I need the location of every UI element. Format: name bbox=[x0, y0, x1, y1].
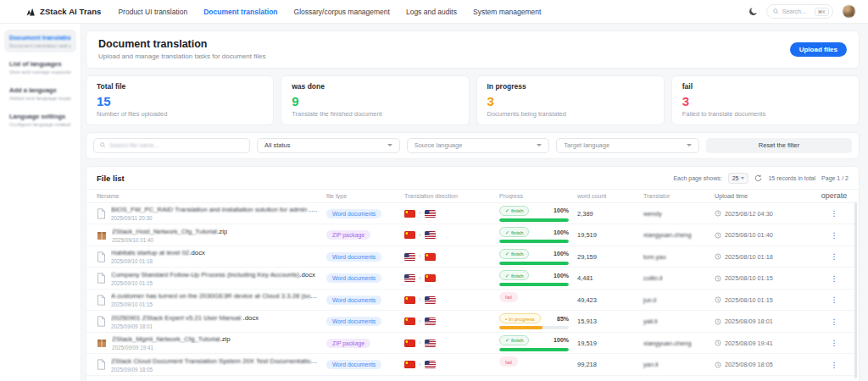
sidebar-item[interactable]: Language settings Configure language rel… bbox=[4, 108, 76, 131]
nav-item[interactable]: Document translation bbox=[203, 8, 277, 16]
sidebar-item-title: List of languages bbox=[9, 60, 71, 68]
table-row[interactable]: BIOS_FW_PC_RAID Translation and installa… bbox=[86, 203, 859, 225]
upload-time-cell: 2025/08/09 19:41 bbox=[715, 340, 820, 347]
column-header: operate bbox=[820, 191, 849, 200]
direction-arrow-icon: › bbox=[419, 275, 421, 282]
row-actions-button[interactable]: ⋮ bbox=[820, 209, 849, 218]
filename-block: Habitats startup at level 02.docx 2025/0… bbox=[111, 249, 205, 264]
upload-time: 2025/08/10 01:15 bbox=[725, 274, 773, 282]
word-count-cell: 29,159 bbox=[577, 253, 643, 261]
reset-filter-button[interactable]: Reset the filter bbox=[706, 138, 852, 153]
sidebar-item-desc: View and manage supported langu... bbox=[9, 69, 71, 75]
filename-cell: Company Standard Follow-Up Process (incl… bbox=[97, 271, 326, 286]
progress-bar bbox=[499, 283, 569, 286]
file-type-badge: Word documents bbox=[326, 209, 381, 218]
progress-bar bbox=[499, 348, 569, 351]
search-placeholder: Search... bbox=[782, 8, 806, 14]
sidebar-item[interactable]: Document translation Document translatio… bbox=[4, 30, 76, 52]
row-actions-button[interactable]: ⋮ bbox=[820, 252, 849, 261]
table-row[interactable]: ZStack_Host_Network_Cfg_Tutorial.zip 202… bbox=[86, 224, 859, 246]
progress-bar bbox=[499, 326, 569, 329]
row-actions-button[interactable]: ⋮ bbox=[820, 339, 849, 347]
stat-value: 9 bbox=[292, 95, 458, 108]
upload-time: 2025/08/09 19:41 bbox=[725, 340, 773, 347]
word-count-cell: 4,481 bbox=[577, 274, 643, 282]
target-flag-icon bbox=[425, 318, 436, 325]
filename-block: 20250901 ZStack Expert v5.21 User Manual… bbox=[111, 314, 259, 329]
stat-card: Total file 15 Number of files uploaded bbox=[86, 75, 274, 125]
row-actions-button[interactable]: ⋮ bbox=[820, 361, 849, 369]
table-row[interactable]: Company Standard Follow-Up Process (incl… bbox=[86, 268, 859, 290]
nav-item[interactable]: Logs and audits bbox=[406, 8, 457, 16]
source-language-select[interactable]: Source language bbox=[407, 138, 550, 153]
progress-cell: finish 100% bbox=[499, 227, 577, 243]
table-column-headers: filenamefile typeTranslation directionPr… bbox=[86, 189, 859, 203]
translator-cell: xiangyuan.cheng bbox=[643, 231, 715, 239]
progress-bar bbox=[499, 218, 569, 222]
progress-percent: 100% bbox=[554, 273, 569, 279]
dark-mode-toggle[interactable] bbox=[748, 7, 758, 16]
user-avatar[interactable] bbox=[842, 4, 856, 19]
row-actions-button[interactable]: ⋮ bbox=[820, 231, 849, 240]
table-row[interactable]: Habitats startup at level 02.docx 2025/0… bbox=[86, 246, 859, 268]
search-icon bbox=[773, 8, 779, 14]
moon-icon bbox=[748, 7, 758, 16]
word-count-cell: 99,218 bbox=[577, 361, 643, 368]
word-count-cell: 49,423 bbox=[577, 296, 643, 304]
file-type-icon bbox=[97, 295, 106, 306]
filename-cell: ZStack_Host_Network_Cfg_Tutorial.zip 202… bbox=[97, 228, 326, 243]
progress-cell: finish 100% bbox=[499, 249, 577, 265]
stat-desc: Translate the finished document bbox=[292, 110, 458, 118]
target-language-select[interactable]: Target language bbox=[556, 138, 699, 153]
column-header: filename bbox=[97, 193, 326, 199]
upload-time: 2025/08/09 18:05 bbox=[725, 361, 773, 368]
file-type-cell: Word documents bbox=[326, 274, 404, 282]
chevron-down-icon bbox=[741, 177, 744, 179]
stat-label: fail bbox=[682, 82, 849, 91]
stat-value: 3 bbox=[487, 95, 654, 108]
file-timestamp: 2025/09/10 01:15 bbox=[111, 301, 320, 307]
target-flag-icon bbox=[425, 361, 436, 368]
translation-direction-cell: › bbox=[404, 296, 499, 304]
logo[interactable]: ZStack AI Trans bbox=[25, 7, 101, 17]
stats-row: Total file 15 Number of files uploaded w… bbox=[86, 75, 860, 125]
filename-search-input[interactable]: Search file name... bbox=[93, 138, 250, 153]
nav-item[interactable]: System management bbox=[473, 8, 541, 16]
file-type-icon bbox=[97, 230, 107, 240]
upload-time: 2025/08/09 18:01 bbox=[725, 318, 773, 325]
table-row[interactable]: ZStack_Mgmt_Network_Cfg_Tutorial.zip 202… bbox=[86, 333, 859, 355]
upload-time: 2025/08/10 01:40 bbox=[725, 231, 773, 239]
refresh-button[interactable] bbox=[754, 174, 762, 182]
row-actions-button[interactable]: ⋮ bbox=[820, 295, 849, 304]
nav-item[interactable]: Product UI translation bbox=[118, 8, 187, 16]
table-controls: Each page shows: 25 bbox=[673, 173, 849, 184]
word-count-cell: 19,519 bbox=[577, 340, 643, 347]
source-flag-icon bbox=[404, 274, 415, 282]
stat-desc: Failed to translate documents bbox=[682, 110, 849, 118]
stat-desc: Number of files uploaded bbox=[97, 110, 263, 118]
column-header: file type bbox=[326, 193, 404, 199]
direction-arrow-icon: › bbox=[419, 318, 421, 325]
row-actions-button[interactable]: ⋮ bbox=[820, 318, 849, 326]
row-actions-button[interactable]: ⋮ bbox=[820, 274, 849, 283]
progress-percent: 100% bbox=[554, 207, 569, 213]
filter-bar: Search file name... All status Source la… bbox=[86, 132, 860, 159]
page-size-select[interactable]: 25 bbox=[728, 173, 749, 184]
table-row[interactable]: A customer has turned on the 2030GE3R de… bbox=[86, 290, 859, 312]
progress-percent: 100% bbox=[554, 229, 569, 235]
nav-item[interactable]: Glossary/corpus management bbox=[294, 8, 390, 16]
status-filter-select[interactable]: All status bbox=[257, 138, 400, 153]
sidebar: Document translation Document translatio… bbox=[0, 24, 81, 381]
upload-time: 2025/08/10 01:18 bbox=[725, 253, 773, 261]
filename: ZStack Cloud Document Translation System… bbox=[111, 357, 320, 365]
table-row[interactable]: 20250901 ZStack Expert v5.21 User Manual… bbox=[86, 311, 859, 333]
sidebar-item[interactable]: List of languages View and manage suppor… bbox=[4, 56, 76, 79]
translation-direction-cell: › bbox=[404, 340, 499, 347]
navbar-right: Search... ⌘K bbox=[748, 4, 856, 19]
global-search[interactable]: Search... ⌘K bbox=[766, 4, 833, 19]
status-badge: finish bbox=[499, 270, 529, 280]
sidebar-item[interactable]: Add a language Added new language suppor… bbox=[4, 82, 76, 105]
table-scrollbar[interactable] bbox=[854, 202, 857, 378]
table-row[interactable]: ZStack Cloud Document Translation System… bbox=[86, 354, 859, 376]
upload-files-button[interactable]: Upload files bbox=[790, 42, 847, 57]
